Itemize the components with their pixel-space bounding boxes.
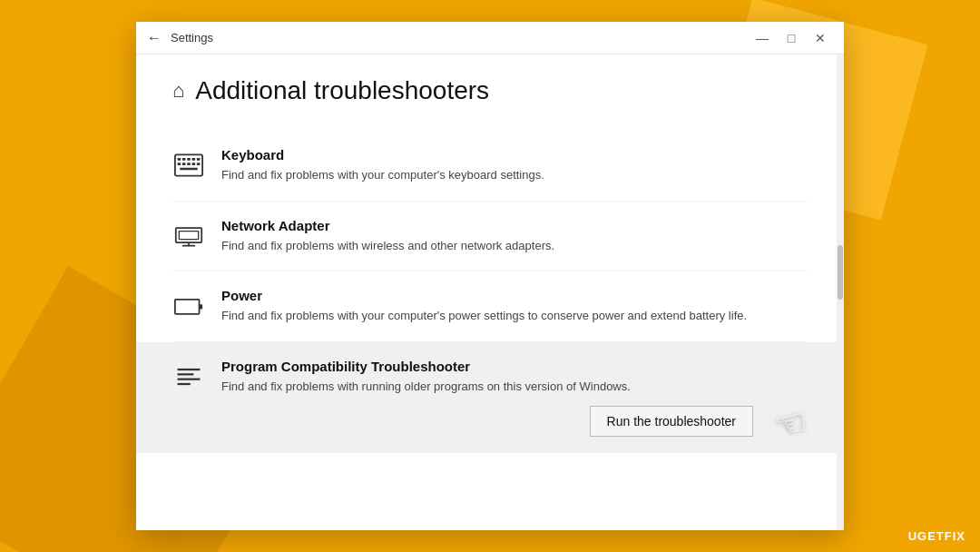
scrollbar-thumb[interactable]	[838, 245, 843, 300]
svg-rect-13	[179, 231, 198, 239]
svg-rect-4	[192, 158, 196, 161]
content-area: ⌂ Additional troubleshooters	[136, 54, 844, 530]
svg-rect-7	[182, 163, 186, 165]
svg-rect-10	[197, 163, 201, 165]
list-item[interactable]: Network Adapter Find and fix problems wi…	[172, 202, 808, 272]
program-compat-icon	[172, 360, 205, 393]
keyboard-desc: Find and fix problems with your computer…	[221, 166, 808, 184]
settings-window: ← Settings — □ ✕ ⌂ Additional troublesho…	[136, 22, 844, 530]
svg-rect-16	[175, 300, 200, 314]
scrollbar[interactable]	[837, 54, 844, 530]
svg-rect-8	[187, 163, 191, 165]
list-item[interactable]: Program Compatibility Troubleshooter Fin…	[136, 342, 844, 454]
close-button[interactable]: ✕	[808, 25, 833, 51]
cursor-hand-icon: ☞	[771, 399, 810, 447]
page-title: Additional troubleshooters	[195, 76, 489, 105]
maximize-button[interactable]: □	[779, 25, 804, 51]
program-compat-desc: Find and fix problems with running older…	[221, 378, 808, 396]
keyboard-name: Keyboard	[221, 147, 808, 163]
program-compat-text: Program Compatibility Troubleshooter Fin…	[221, 359, 808, 438]
keyboard-text: Keyboard Find and fix problems with your…	[221, 147, 808, 184]
run-btn-area: Run the troubleshooter ☞	[221, 406, 808, 437]
svg-rect-3	[187, 158, 191, 161]
svg-rect-5	[197, 158, 201, 161]
title-bar-left: ← Settings	[147, 30, 213, 46]
svg-rect-9	[192, 163, 196, 165]
power-text: Power Find and fix problems with your co…	[221, 288, 808, 325]
power-desc: Find and fix problems with your computer…	[221, 307, 808, 325]
power-name: Power	[221, 288, 808, 303]
back-button[interactable]: ←	[147, 30, 162, 46]
watermark: UGETFIX	[908, 529, 965, 543]
minimize-button[interactable]: —	[750, 25, 775, 51]
power-icon	[172, 290, 205, 322]
svg-rect-6	[178, 163, 181, 165]
page-header: ⌂ Additional troubleshooters	[172, 76, 808, 105]
window-title: Settings	[171, 31, 213, 44]
network-adapter-icon	[172, 220, 205, 252]
keyboard-icon	[172, 149, 205, 182]
home-icon: ⌂	[172, 79, 184, 103]
svg-rect-1	[178, 158, 181, 161]
run-troubleshooter-button[interactable]: Run the troubleshooter	[590, 406, 753, 437]
list-item[interactable]: Power Find and fix problems with your co…	[172, 271, 808, 342]
network-adapter-text: Network Adapter Find and fix problems wi…	[221, 218, 808, 255]
program-compat-name: Program Compatibility Troubleshooter	[221, 359, 808, 374]
svg-rect-2	[182, 158, 186, 161]
troubleshooter-list: Keyboard Find and fix problems with your…	[172, 131, 808, 453]
svg-rect-11	[180, 168, 198, 171]
list-item[interactable]: Keyboard Find and fix problems with your…	[172, 131, 808, 202]
svg-rect-17	[200, 304, 203, 309]
svg-rect-12	[176, 228, 201, 242]
title-bar: ← Settings — □ ✕	[136, 22, 844, 54]
window-controls: — □ ✕	[750, 25, 833, 51]
network-adapter-name: Network Adapter	[221, 218, 808, 233]
network-adapter-desc: Find and fix problems with wireless and …	[221, 237, 808, 255]
